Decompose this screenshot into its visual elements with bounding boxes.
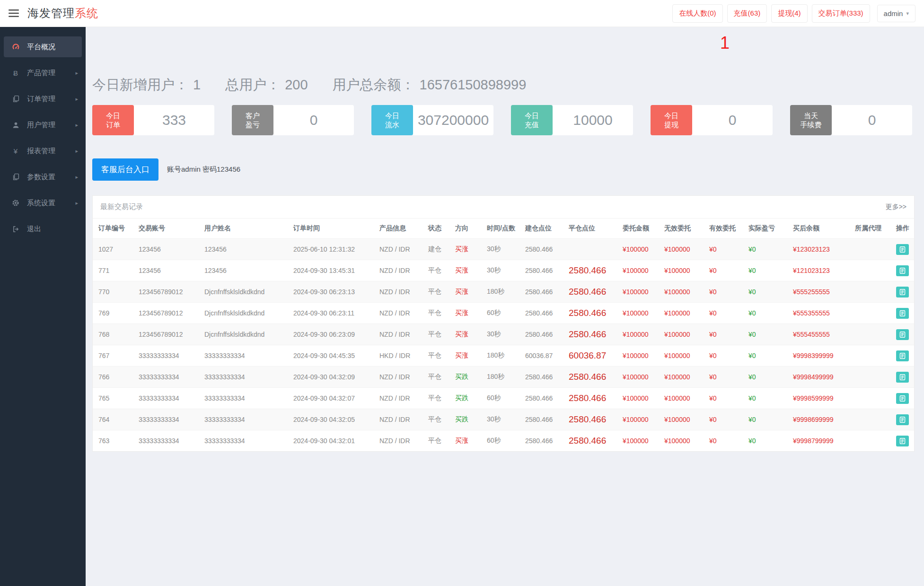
- view-order-button[interactable]: [896, 436, 909, 446]
- table-row: 765 33333333334 33333333334 2024-09-30 0…: [93, 388, 914, 409]
- summary-stat-value: 16576150898999: [420, 77, 527, 93]
- cell-agent: [849, 303, 890, 324]
- cell-duration: 60秒: [481, 430, 519, 452]
- cell-actual-profit: ¥0: [743, 409, 787, 430]
- cell-product: NZD / IDR: [374, 281, 422, 303]
- sidebar-item[interactable]: 系统设置 ▸: [0, 192, 86, 213]
- cell-order-time: 2024-09-30 06:23:13: [288, 281, 374, 303]
- menu-icon[interactable]: [9, 9, 19, 17]
- cell-username: Djcnfnffsklsldkdkdnd: [199, 303, 288, 324]
- cell-close-point: 2580.466: [563, 260, 617, 281]
- more-link[interactable]: 更多>>: [886, 203, 906, 211]
- cell-order-no: 769: [93, 303, 133, 324]
- cell-action: [890, 239, 914, 260]
- cell-product: NZD / IDR: [374, 239, 422, 260]
- sidebar-item[interactable]: ¥ 报表管理 ▸: [0, 140, 86, 161]
- view-order-button[interactable]: [896, 393, 909, 404]
- cell-username: 33333333334: [199, 345, 288, 367]
- chevron-right-icon: ▸: [75, 174, 78, 180]
- view-order-button[interactable]: [896, 414, 909, 425]
- cell-close-point: 60036.87: [563, 345, 617, 367]
- cell-actual-profit: ¥0: [743, 239, 787, 260]
- cell-product: NZD / IDR: [374, 324, 422, 345]
- support-credentials: 账号admin 密码123456: [167, 165, 240, 174]
- cell-entrust-amount: ¥100000: [617, 260, 659, 281]
- cell-product: NZD / IDR: [374, 430, 422, 452]
- view-order-button[interactable]: [896, 350, 909, 361]
- view-order-button[interactable]: [896, 244, 909, 255]
- view-order-button[interactable]: [896, 329, 909, 340]
- cell-invalid-entrust: ¥100000: [659, 324, 704, 345]
- chevron-right-icon: ▸: [75, 96, 78, 102]
- cell-close-point: 2580.466: [563, 281, 617, 303]
- cell-entrust-amount: ¥100000: [617, 388, 659, 409]
- cell-order-time: 2024-09-30 04:32:07: [288, 388, 374, 409]
- cell-direction: 买涨: [449, 324, 481, 345]
- cell-valid-entrust: ¥0: [704, 260, 743, 281]
- app-title-accent: 系统: [75, 7, 98, 19]
- cell-account: 33333333334: [133, 388, 199, 409]
- trades-table: 订单编号交易账号用户姓名订单时间产品信息状态方向时间/点数建仓点位平仓点位委托金…: [93, 219, 914, 451]
- header-stat-button[interactable]: 提现(4): [771, 4, 807, 23]
- sidebar-item[interactable]: 退出: [0, 219, 86, 239]
- cell-username: 33333333334: [199, 430, 288, 452]
- cell-action: [890, 345, 914, 367]
- cell-duration: 30秒: [481, 260, 519, 281]
- cell-status: 平仓: [422, 281, 449, 303]
- top-header: 海发管理系统 在线人数(0)充值(63)提现(4)交易订单(333) admin…: [0, 0, 924, 27]
- cell-duration: 60秒: [481, 388, 519, 409]
- sidebar-item[interactable]: 订单管理 ▸: [0, 88, 86, 109]
- logout-icon: [11, 226, 20, 233]
- sidebar-item-label: 用户管理: [27, 121, 55, 130]
- cell-duration: 30秒: [481, 409, 519, 430]
- cell-product: NZD / IDR: [374, 388, 422, 409]
- cell-order-no: 767: [93, 345, 133, 367]
- cell-action: [890, 388, 914, 409]
- admin-menu[interactable]: admin ▾: [877, 5, 915, 22]
- sidebar-item[interactable]: 平台概况: [4, 36, 82, 57]
- header-stat-button[interactable]: 在线人数(0): [672, 4, 722, 23]
- cell-invalid-entrust: ¥100000: [659, 281, 704, 303]
- sidebar-item-label: 退出: [27, 225, 41, 234]
- orders-icon: [11, 95, 20, 103]
- cell-close-point: 2580.466: [563, 409, 617, 430]
- table-row: 1027 123456 123456 2025-06-10 12:31:32 N…: [93, 239, 914, 260]
- cell-direction: 买跌: [449, 388, 481, 409]
- support-entry-button[interactable]: 客服后台入口: [92, 158, 158, 181]
- list-icon: [899, 331, 906, 338]
- cell-action: [890, 303, 914, 324]
- sidebar-item[interactable]: 参数设置 ▸: [0, 166, 86, 187]
- cell-valid-entrust: ¥0: [704, 388, 743, 409]
- cell-agent: [849, 409, 890, 430]
- gear-icon: [11, 199, 20, 207]
- sidebar-item-label: 参数设置: [27, 173, 55, 182]
- summary-stat-label: 总用户：: [225, 76, 280, 95]
- view-order-button[interactable]: [896, 265, 909, 276]
- cell-status: 建仓: [422, 239, 449, 260]
- sidebar-item[interactable]: Ƀ 产品管理 ▸: [0, 62, 86, 83]
- cell-agent: [849, 388, 890, 409]
- list-icon: [899, 246, 906, 253]
- view-order-button[interactable]: [896, 372, 909, 383]
- summary-stats: 今日新增用户： 1 总用户： 200 用户总余额： 16576150898999: [92, 76, 915, 95]
- cell-agent: [849, 430, 890, 452]
- column-header: 无效委托: [659, 219, 704, 239]
- header-right: 在线人数(0)充值(63)提现(4)交易订单(333) admin ▾: [672, 4, 915, 23]
- list-icon: [899, 437, 906, 445]
- header-stat-button[interactable]: 充值(63): [727, 4, 767, 23]
- cell-direction: 买涨: [449, 345, 481, 367]
- cell-close-point: 2580.466: [563, 430, 617, 452]
- stat-card: 当天 手续费 0: [790, 105, 912, 135]
- cell-direction: 买涨: [449, 260, 481, 281]
- cell-balance-after: ¥9998399999: [787, 345, 849, 367]
- stat-card: 今日 提现 0: [651, 105, 773, 135]
- column-header: 时间/点数: [481, 219, 519, 239]
- app-title: 海发管理系统: [27, 6, 98, 21]
- cell-status: 平仓: [422, 367, 449, 388]
- view-order-button[interactable]: [896, 287, 909, 297]
- stat-card-label: 今日 订单: [92, 105, 134, 135]
- app-title-primary: 海发管理: [27, 7, 75, 19]
- header-stat-button[interactable]: 交易订单(333): [812, 4, 870, 23]
- sidebar-item[interactable]: 用户管理 ▸: [0, 114, 86, 135]
- view-order-button[interactable]: [896, 308, 909, 319]
